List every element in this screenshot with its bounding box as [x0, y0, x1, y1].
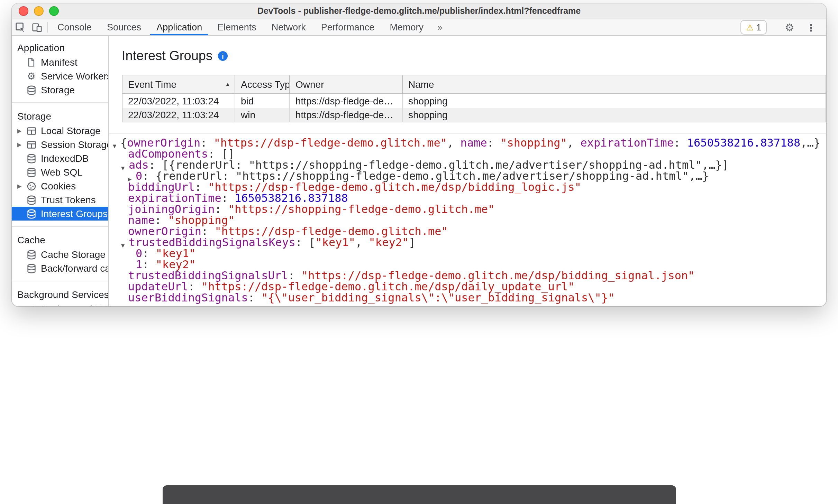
expander-icon[interactable]: ▶	[17, 141, 26, 148]
zoom-window-button[interactable]	[49, 6, 59, 16]
titlebar: DevTools - publisher-fledge-demo.glitch.…	[12, 3, 826, 19]
tree-line[interactable]: userBiddingSignals: "{\"user_bidding_sig…	[113, 292, 826, 304]
cookie-icon	[26, 180, 37, 192]
document-icon	[26, 57, 37, 68]
panel-tabs: ConsoleSourcesApplicationElementsNetwork…	[50, 19, 448, 35]
warning-icon: ⚠	[746, 23, 754, 31]
settings-gear-icon[interactable]: ⚙	[781, 21, 798, 34]
sidebar-item-manifest[interactable]: Manifest	[12, 55, 108, 69]
background-window-bar	[163, 485, 676, 504]
sidebar-section-storage: Storage	[12, 109, 108, 124]
table-icon	[26, 139, 37, 150]
sidebar-section-cache: Cache	[12, 232, 108, 248]
expander-icon[interactable]: ▶	[17, 128, 26, 134]
tree-text-segment: ,	[355, 236, 369, 249]
sidebar-item-label: Local Storage	[41, 125, 101, 136]
sidebar-item-label: Interest Groups	[41, 208, 108, 219]
issues-count: 1	[756, 22, 761, 32]
tab-sources[interactable]: Sources	[99, 19, 149, 35]
sidebar-section-application: Application	[12, 40, 108, 55]
application-sidebar: ApplicationManifest⚙Service WorkersStora…	[12, 36, 109, 306]
tree-text-segment: "key2"	[369, 236, 409, 249]
tab-console[interactable]: Console	[50, 19, 99, 35]
tab-network[interactable]: Network	[264, 19, 313, 35]
toolbar-divider	[47, 22, 48, 32]
tree-text-segment: "key1"	[315, 236, 355, 249]
updown-icon	[26, 304, 37, 306]
column-header-access-type[interactable]: Access Type	[235, 75, 290, 94]
tree-text-segment: : [	[295, 236, 316, 249]
sidebar-item-indexeddb[interactable]: IndexedDB	[12, 151, 108, 165]
tree-text-segment: {	[120, 136, 127, 149]
sidebar-item-label: Session Storage	[41, 139, 108, 150]
sidebar-item-session-storage[interactable]: ▶Session Storage	[12, 138, 108, 151]
sidebar-item-label: Web SQL	[41, 167, 83, 178]
sidebar-divider	[12, 281, 108, 281]
sidebar-item-label: IndexedDB	[41, 153, 89, 164]
database-icon	[26, 249, 37, 260]
sidebar-item-trust-tokens[interactable]: Trust Tokens	[12, 193, 108, 207]
title-row: Interest Groups i	[122, 48, 826, 64]
sidebar-item-web-sql[interactable]: Web SQL	[12, 165, 108, 179]
sidebar-divider	[12, 226, 108, 227]
table-row[interactable]: 22/03/2022, 11:03:24winhttps://dsp-fledg…	[122, 108, 826, 122]
tree-line[interactable]: ▼trustedBiddingSignalsKeys: ["key1", "ke…	[113, 237, 826, 248]
tree-line[interactable]: 0: "key1"	[113, 248, 826, 259]
table-cell: 22/03/2022, 11:03:24	[122, 108, 235, 122]
tab-memory[interactable]: Memory	[382, 19, 431, 35]
sidebar-item-local-storage[interactable]: ▶Local Storage	[12, 124, 108, 138]
more-tabs-button[interactable]: »	[431, 19, 448, 35]
info-icon[interactable]: i	[218, 51, 228, 61]
tree-text-segment: :	[487, 136, 501, 149]
sidebar-item-storage[interactable]: Storage	[12, 83, 108, 97]
inspect-element-icon[interactable]	[12, 19, 28, 35]
table-cell: win	[235, 108, 290, 122]
table-cell: https://dsp-fledge-demo.glitch.me	[290, 108, 402, 122]
sidebar-section-background-services: Background Services	[12, 287, 108, 302]
sidebar-item-cookies[interactable]: ▶Cookies	[12, 179, 108, 193]
sidebar-item-service-workers[interactable]: ⚙Service Workers	[12, 69, 108, 83]
column-header-event-time[interactable]: Event Time▲	[122, 75, 235, 94]
issues-badge[interactable]: ⚠ 1	[741, 20, 767, 35]
tree-text-segment: :	[248, 291, 262, 304]
sidebar-item-label: Back/forward cache	[41, 263, 108, 274]
device-toolbar-icon[interactable]	[28, 19, 45, 35]
tree-text-segment: userBiddingSignals	[128, 291, 248, 304]
tree-text-segment: "https://dsp-fledge-demo.glitch.me"	[214, 136, 447, 149]
sidebar-item-label: Cookies	[41, 180, 76, 192]
minimize-window-button[interactable]	[34, 6, 44, 16]
column-header-owner[interactable]: Owner	[290, 75, 402, 94]
window-title: DevTools - publisher-fledge-demo.glitch.…	[257, 6, 581, 16]
sidebar-item-background-fetch[interactable]: Background Fetch	[12, 302, 108, 306]
sidebar-item-label: Trust Tokens	[41, 194, 96, 205]
table-cell: https://dsp-fledge-demo.glitch.me	[290, 94, 402, 108]
toolbar-right: ⚠ 1 ⚙ ⋮	[741, 19, 826, 35]
column-header-name[interactable]: Name	[402, 75, 826, 94]
sidebar-item-back-forward-cache[interactable]: Back/forward cache	[12, 261, 108, 275]
sidebar-item-label: Cache Storage	[41, 249, 106, 260]
sidebar-item-cache-storage[interactable]: Cache Storage	[12, 248, 108, 261]
tree-text-segment: "{\"user_bidding_signals\":\"user_biddin…	[261, 291, 614, 304]
tab-application[interactable]: Application	[149, 19, 210, 35]
database-icon	[26, 263, 37, 274]
more-options-icon[interactable]: ⋮	[803, 22, 819, 33]
close-window-button[interactable]	[19, 6, 28, 16]
tree-text-segment: name	[461, 136, 487, 149]
sidebar-item-label: Storage	[41, 84, 75, 95]
database-icon	[26, 194, 37, 205]
sidebar-item-interest-groups[interactable]: Interest Groups	[12, 207, 108, 221]
tree-text-segment: "https://shopping-fledge-demo.glitch.me"	[228, 203, 495, 216]
tab-performance[interactable]: Performance	[313, 19, 382, 35]
tab-elements[interactable]: Elements	[210, 19, 264, 35]
devtools-content: ApplicationManifest⚙Service WorkersStora…	[12, 36, 826, 306]
tree-text-segment: "shopping"	[500, 136, 567, 149]
page-title: Interest Groups	[122, 48, 212, 64]
gear-icon: ⚙	[26, 71, 37, 82]
tree-text-segment: ,	[447, 136, 461, 149]
sidebar-divider	[12, 102, 108, 103]
table-row[interactable]: 22/03/2022, 11:03:24bidhttps://dsp-fledg…	[122, 94, 826, 108]
tree-text-segment: expirationTime	[580, 136, 674, 149]
tree-text-segment: :	[674, 136, 687, 149]
table-cell: shopping	[402, 108, 826, 122]
expander-icon[interactable]: ▶	[17, 183, 26, 189]
